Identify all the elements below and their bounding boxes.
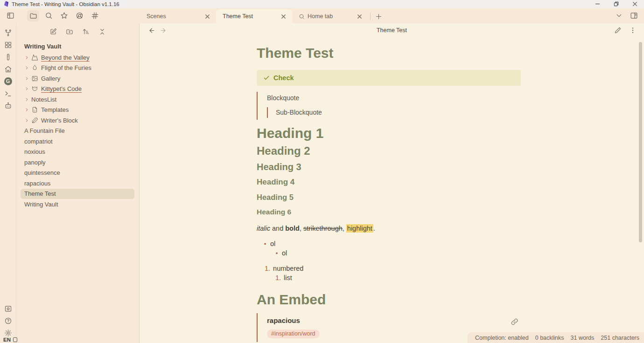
tab-home-tab[interactable]: Home tab [292, 9, 368, 23]
folder-flight-of-the-furies[interactable]: Flight of the Furies [21, 63, 134, 74]
pill-icon[interactable] [3, 51, 13, 63]
folder-writers-block[interactable]: Writer's Block [21, 115, 134, 126]
status-backlinks[interactable]: 0 backlinks [535, 335, 564, 341]
list-item-text: numbered [273, 264, 303, 274]
tab-close-icon[interactable] [202, 11, 212, 21]
folder-kittypets-code[interactable]: Kittypet's Code [21, 84, 134, 95]
file-quintessence[interactable]: quintessence [21, 168, 134, 178]
embed-title[interactable]: rapacious [267, 316, 521, 326]
back-arrow-icon[interactable] [146, 25, 157, 36]
tab-list-chevron-down-icon[interactable] [613, 10, 624, 21]
heading-1[interactable]: Heading 1 [257, 124, 521, 143]
nav-arrows [140, 25, 168, 36]
file-tree: Beyond the Valley Flight of the Furies G… [16, 52, 139, 210]
layout-grid-icon[interactable] [3, 39, 13, 51]
status-completion[interactable]: Completion: enabled [475, 335, 529, 341]
search-tab-icon[interactable] [42, 10, 55, 21]
toggle-left-sidebar-icon[interactable] [4, 10, 16, 21]
graph-view-icon[interactable] [3, 27, 13, 39]
chevron-right-icon[interactable] [24, 118, 29, 123]
heading-3[interactable]: Heading 3 [257, 159, 521, 175]
restore-button[interactable] [607, 0, 625, 8]
sort-order-icon[interactable] [80, 27, 91, 37]
italic-text: italic [257, 225, 270, 232]
tab-scenes[interactable]: Scenes [140, 9, 216, 23]
check-callout[interactable]: Check [257, 70, 521, 86]
forward-arrow-icon[interactable] [157, 25, 168, 36]
bullet-marker: • [273, 249, 280, 258]
vault-switcher-icon[interactable] [3, 302, 13, 315]
blockquote-text: Blockquote [267, 93, 521, 103]
formatted-text-line[interactable]: italic and bold, strikethrough, highligh… [257, 223, 521, 233]
toggle-right-sidebar-icon[interactable] [628, 10, 639, 21]
numbered-list[interactable]: 1. numbered 1. list [257, 264, 521, 282]
file-panoply[interactable]: panoply [21, 157, 134, 168]
folder-templates[interactable]: Templates [21, 105, 134, 116]
minimize-button[interactable] [588, 0, 607, 8]
vault-name[interactable]: Writing Vault [24, 43, 139, 50]
chevron-right-icon[interactable] [24, 107, 29, 112]
folder-label: Flight of the Furies [41, 64, 91, 71]
close-button[interactable] [625, 0, 644, 8]
editor-scrollbar[interactable] [639, 42, 642, 242]
home-icon[interactable] [3, 63, 13, 75]
file-writing-vault[interactable]: Writing Vault [21, 199, 134, 210]
browser-tab-icon[interactable] [73, 10, 85, 21]
grammarly-icon[interactable]: G [3, 75, 13, 87]
os-language-indicator: EN [3, 337, 17, 343]
chevron-right-icon[interactable] [24, 65, 29, 70]
help-icon[interactable] [3, 315, 13, 327]
file-theme-test[interactable]: Theme Test [21, 189, 134, 199]
blockquote[interactable]: Blockquote Sub-Blockquote [257, 92, 521, 120]
mountains-icon [31, 54, 38, 61]
bullet-list[interactable]: • ol • ol [257, 240, 521, 258]
tab-label: Scenes [147, 13, 202, 20]
heading-2[interactable]: Heading 2 [257, 143, 521, 159]
edit-pencil-icon[interactable] [612, 25, 623, 36]
file-a-fountain-file[interactable]: A Fountain File [21, 126, 134, 137]
note-content[interactable]: Theme Test Check Blockquote Sub-Blockquo… [140, 37, 644, 343]
terminal-icon[interactable] [3, 87, 13, 99]
chevron-right-icon[interactable] [24, 86, 29, 91]
status-char-count[interactable]: 251 characters [601, 335, 639, 341]
heading-4[interactable]: Heading 4 [257, 175, 521, 190]
tab-close-icon[interactable] [354, 11, 364, 21]
chevron-right-icon[interactable] [24, 97, 29, 102]
view-actions [612, 25, 644, 36]
search-icon [299, 14, 305, 20]
embed-link-icon[interactable] [511, 318, 518, 328]
folder-beyond-the-valley[interactable]: Beyond the Valley [21, 52, 134, 63]
left-ribbon: G [0, 23, 16, 343]
new-folder-icon[interactable] [64, 27, 75, 37]
file-label: Theme Test [24, 190, 56, 197]
tab-theme-test[interactable]: Theme Test [216, 9, 292, 23]
heading-5[interactable]: Heading 5 [257, 190, 521, 205]
collapse-all-icon[interactable] [97, 27, 108, 37]
bot-icon[interactable] [3, 99, 13, 111]
file-compatriot[interactable]: compatriot [21, 136, 134, 147]
heading-6[interactable]: Heading 6 [257, 205, 521, 220]
file-label: noxious [24, 148, 45, 155]
folder-label: Templates [41, 106, 69, 113]
folder-label: Kittypet's Code [41, 85, 82, 92]
new-tab-button[interactable] [372, 11, 385, 22]
chevron-right-icon[interactable] [24, 76, 29, 81]
file-noxious[interactable]: noxious [21, 147, 134, 158]
tag-pill[interactable]: #inspiration/word [267, 329, 320, 338]
files-tab-icon[interactable] [27, 10, 39, 21]
chevron-right-icon[interactable] [24, 55, 29, 60]
tab-separator [370, 13, 371, 20]
highlighted-text: highlight [346, 224, 373, 233]
embed-heading[interactable]: An Embed [257, 290, 521, 309]
status-word-count[interactable]: 31 words [571, 335, 595, 341]
file-rapacious[interactable]: rapacious [21, 178, 134, 189]
tags-tab-icon[interactable] [89, 10, 101, 21]
bookmarks-tab-icon[interactable] [58, 10, 70, 21]
folder-noteslist[interactable]: NotesList [21, 94, 134, 105]
new-note-icon[interactable] [48, 27, 59, 37]
folder-gallery[interactable]: Gallery [21, 73, 134, 84]
inline-title[interactable]: Theme Test [257, 44, 521, 62]
more-options-icon[interactable] [627, 25, 638, 36]
tab-close-icon[interactable] [278, 11, 288, 21]
list-item: • ol [257, 240, 521, 249]
